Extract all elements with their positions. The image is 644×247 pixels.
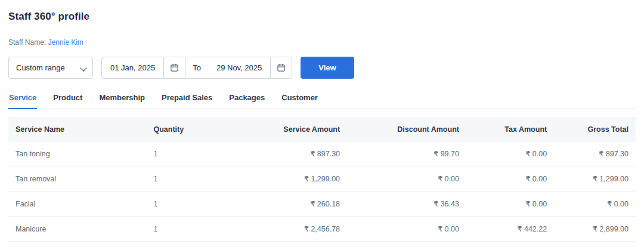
- table-cell: ₹ 0.00: [466, 192, 554, 217]
- table-cell: ₹ 4,913.26: [222, 242, 347, 247]
- to-label: To: [185, 57, 208, 78]
- table-cell: ₹ 260.18: [222, 192, 347, 217]
- staff-360-page: Staff 360° profile Staff Name: Jennie Ki…: [0, 0, 644, 247]
- filter-controls: Custom range 01 Jan, 2025 To 29 Nov, 202…: [8, 57, 636, 79]
- table-cell: ₹ 36.43: [347, 192, 466, 217]
- table-cell: ₹ 2,899.00: [554, 217, 636, 242]
- date-range-group: 01 Jan, 2025 To 29 Nov, 2025: [101, 57, 292, 79]
- table-cell: ₹ 442.22: [466, 217, 554, 242]
- table-body: Tan toning1₹ 897.30₹ 99.70₹ 0.00₹ 897.30…: [8, 141, 636, 247]
- service-table: Service NameQuantityService AmountDiscou…: [8, 118, 636, 247]
- table-cell: Tan removal: [8, 166, 146, 192]
- table-cell: ₹ 0.00: [466, 166, 554, 192]
- calendar-icon[interactable]: [163, 57, 185, 78]
- tab-service[interactable]: Service: [8, 89, 37, 109]
- date-from-input[interactable]: 01 Jan, 2025: [102, 57, 163, 78]
- table-cell: 1: [146, 192, 221, 217]
- table-row: Facial1₹ 260.18₹ 36.43₹ 0.00₹ 0.00: [8, 192, 636, 217]
- table-row: Tan removal1₹ 1,299.00₹ 0.00₹ 0.00₹ 1,29…: [8, 166, 636, 192]
- tab-packages[interactable]: Packages: [228, 89, 265, 109]
- table-cell: ₹ 0.00: [466, 141, 554, 166]
- table-row: Tan toning1₹ 897.30₹ 99.70₹ 0.00₹ 897.30: [8, 141, 636, 166]
- range-select-value: Custom range: [16, 63, 65, 72]
- table-cell: 1: [146, 141, 221, 166]
- tab-prepaid-sales[interactable]: Prepaid Sales: [161, 89, 213, 109]
- view-button[interactable]: View: [301, 57, 354, 79]
- table-header-row: Service NameQuantityService AmountDiscou…: [8, 118, 636, 141]
- chevron-down-icon: [80, 65, 86, 71]
- column-header: Discount Amount: [347, 118, 466, 141]
- range-select[interactable]: Custom range: [8, 57, 93, 79]
- table-cell: ₹ 0.00: [554, 192, 636, 217]
- table-cell: Manicure: [8, 217, 146, 242]
- total-row: Total4₹ 4,913.26₹ 136.13₹ 442.22₹ 5,095.…: [8, 242, 636, 247]
- staff-name-line: Staff Name: Jennie Kim: [8, 38, 636, 47]
- table-cell: Facial: [8, 192, 146, 217]
- table-cell: 4: [146, 242, 221, 247]
- tab-customer[interactable]: Customer: [281, 89, 318, 109]
- tabs: ServiceProductMembershipPrepaid SalesPac…: [8, 89, 636, 109]
- column-header: Tax Amount: [466, 118, 554, 141]
- tab-membership[interactable]: Membership: [98, 89, 145, 109]
- table-cell: ₹ 1,299.00: [222, 166, 347, 192]
- table-cell: 1: [146, 217, 221, 242]
- table-cell: Total: [8, 242, 146, 247]
- table-cell: ₹ 897.30: [554, 141, 636, 166]
- column-header: Service Name: [8, 118, 146, 141]
- date-to-input[interactable]: 29 Nov, 2025: [208, 57, 270, 78]
- table-cell: ₹ 0.00: [347, 217, 466, 242]
- table-cell: 1: [146, 166, 221, 192]
- table-cell: ₹ 0.00: [347, 166, 466, 192]
- table-cell: ₹ 99.70: [347, 141, 466, 166]
- staff-name-label: Staff Name:: [8, 38, 46, 47]
- table-cell: ₹ 897.30: [222, 141, 347, 166]
- table-cell: ₹ 442.22: [466, 242, 554, 247]
- staff-name-link[interactable]: Jennie Kim: [48, 38, 83, 47]
- table-cell: Tan toning: [8, 141, 146, 166]
- table-cell: ₹ 5,095.30: [554, 242, 636, 247]
- table-cell: ₹ 2,456.78: [222, 217, 347, 242]
- calendar-icon[interactable]: [270, 57, 292, 78]
- column-header: Service Amount: [222, 118, 347, 141]
- column-header: Gross Total: [554, 118, 636, 141]
- table-row: Manicure1₹ 2,456.78₹ 0.00₹ 442.22₹ 2,899…: [8, 217, 636, 242]
- table-cell: ₹ 1,299.00: [554, 166, 636, 192]
- page-title: Staff 360° profile: [8, 11, 636, 23]
- column-header: Quantity: [146, 118, 221, 141]
- tab-product[interactable]: Product: [52, 89, 83, 109]
- table-cell: ₹ 136.13: [347, 242, 466, 247]
